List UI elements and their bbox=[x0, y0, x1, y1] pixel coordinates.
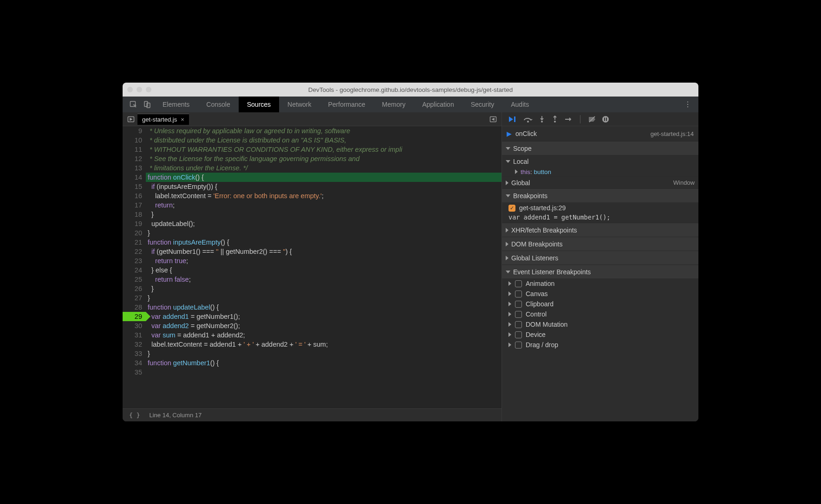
step-into-icon[interactable] bbox=[538, 116, 546, 123]
window-title: DevTools - googlechrome.github.io/devtoo… bbox=[123, 86, 698, 93]
line-gutter[interactable]: 9 10 11 12 13 14 15 16 17 18 19 20 21 22… bbox=[123, 126, 146, 408]
line-number[interactable]: 28 bbox=[123, 303, 142, 312]
minimize-dot[interactable] bbox=[137, 87, 142, 92]
line-number[interactable]: 16 bbox=[123, 191, 142, 200]
statusbar: { } Line 14, Column 17 bbox=[123, 408, 502, 421]
tab-elements[interactable]: Elements bbox=[154, 97, 198, 112]
step-out-icon[interactable] bbox=[551, 116, 559, 123]
line-number[interactable]: 12 bbox=[123, 154, 142, 163]
line-number[interactable]: 35 bbox=[123, 368, 142, 377]
line-number[interactable]: 32 bbox=[123, 340, 142, 349]
event-category[interactable]: DOM Mutation bbox=[502, 319, 698, 330]
show-navigator-icon[interactable] bbox=[124, 116, 137, 123]
event-checkbox[interactable] bbox=[515, 280, 522, 287]
line-number[interactable]: 22 bbox=[123, 247, 142, 256]
tab-console[interactable]: Console bbox=[198, 97, 238, 112]
close-dot[interactable] bbox=[127, 87, 133, 92]
deactivate-breakpoints-icon[interactable] bbox=[588, 116, 596, 123]
event-checkbox[interactable] bbox=[515, 301, 522, 308]
tab-application[interactable]: Application bbox=[414, 97, 463, 112]
breakpoint-item[interactable]: ✓get-started.js:29 bbox=[502, 202, 698, 213]
global-listeners-section[interactable]: Global Listeners bbox=[502, 251, 698, 265]
show-debugger-icon[interactable] bbox=[487, 116, 500, 123]
tab-security[interactable]: Security bbox=[463, 97, 503, 112]
svg-rect-1 bbox=[144, 102, 148, 107]
line-number[interactable]: 9 bbox=[123, 126, 142, 136]
line-number[interactable]: 18 bbox=[123, 210, 142, 219]
event-checkbox[interactable] bbox=[515, 311, 522, 318]
line-number[interactable]: 13 bbox=[123, 163, 142, 173]
line-number[interactable]: 33 bbox=[123, 349, 142, 358]
breakpoints-section[interactable]: Breakpoints bbox=[502, 188, 698, 202]
breakpoint-checkbox[interactable]: ✓ bbox=[508, 205, 515, 212]
current-frame-icon: ▶ bbox=[507, 130, 512, 137]
line-number[interactable]: 24 bbox=[123, 265, 142, 275]
line-number[interactable]: 30 bbox=[123, 321, 142, 330]
line-number[interactable]: 26 bbox=[123, 284, 142, 293]
code-lines[interactable]: * Unless required by applicable law or a… bbox=[146, 126, 502, 408]
device-icon[interactable] bbox=[140, 101, 154, 108]
svg-rect-10 bbox=[606, 117, 607, 121]
line-number[interactable]: 27 bbox=[123, 293, 142, 303]
paused-location: get-started.js:14 bbox=[651, 130, 694, 137]
cursor-position: Line 14, Column 17 bbox=[149, 412, 202, 419]
close-tab-icon[interactable]: × bbox=[181, 116, 184, 123]
scope-section[interactable]: Scope bbox=[502, 141, 698, 155]
titlebar: DevTools - googlechrome.github.io/devtoo… bbox=[123, 83, 698, 97]
event-checkbox[interactable] bbox=[515, 331, 522, 338]
panel-tabbar: Elements Console Sources Network Perform… bbox=[123, 97, 698, 112]
line-number[interactable]: 10 bbox=[123, 136, 142, 145]
line-number[interactable]: 31 bbox=[123, 330, 142, 340]
resume-icon[interactable] bbox=[508, 116, 518, 123]
format-icon[interactable]: { } bbox=[129, 412, 140, 419]
line-number[interactable]: 14 bbox=[123, 173, 142, 182]
event-category[interactable]: Control bbox=[502, 309, 698, 319]
event-category[interactable]: Animation bbox=[502, 278, 698, 289]
line-number[interactable]: 21 bbox=[123, 238, 142, 247]
event-category[interactable]: Clipboard bbox=[502, 299, 698, 309]
line-number[interactable]: 34 bbox=[123, 358, 142, 368]
inspect-icon[interactable] bbox=[126, 101, 140, 108]
tab-network[interactable]: Network bbox=[279, 97, 319, 112]
line-number[interactable]: 15 bbox=[123, 182, 142, 191]
tab-audits[interactable]: Audits bbox=[502, 97, 537, 112]
step-over-icon[interactable] bbox=[523, 116, 533, 123]
body: get-started.js × 9 10 11 12 13 14 15 16 … bbox=[123, 112, 698, 421]
kebab-icon[interactable] bbox=[681, 101, 695, 108]
step-icon[interactable] bbox=[564, 116, 573, 123]
zoom-dot[interactable] bbox=[146, 87, 151, 92]
event-checkbox[interactable] bbox=[515, 321, 522, 328]
tab-sources[interactable]: Sources bbox=[239, 97, 279, 112]
source-panel: get-started.js × 9 10 11 12 13 14 15 16 … bbox=[123, 112, 502, 421]
dom-breakpoints-section[interactable]: DOM Breakpoints bbox=[502, 237, 698, 251]
event-listener-breakpoints-section[interactable]: Event Listener Breakpoints bbox=[502, 265, 698, 278]
tab-memory[interactable]: Memory bbox=[374, 97, 414, 112]
breakpoint-marker[interactable]: 29 bbox=[123, 312, 146, 321]
file-tab[interactable]: get-started.js × bbox=[137, 114, 189, 125]
event-category[interactable]: Drag / drop bbox=[502, 340, 698, 350]
line-number[interactable]: 20 bbox=[123, 228, 142, 238]
paused-function: onClick bbox=[515, 130, 537, 137]
tab-performance[interactable]: Performance bbox=[319, 97, 373, 112]
line-number[interactable]: 19 bbox=[123, 219, 142, 228]
event-category[interactable]: Device bbox=[502, 330, 698, 340]
event-category[interactable]: Canvas bbox=[502, 289, 698, 299]
scope-global[interactable]: GlobalWindow bbox=[502, 176, 698, 188]
event-checkbox[interactable] bbox=[515, 291, 522, 297]
event-checkbox[interactable] bbox=[515, 342, 522, 349]
pause-on-exceptions-icon[interactable] bbox=[602, 116, 609, 123]
traffic-lights bbox=[127, 87, 151, 92]
scope-variable[interactable]: this: button bbox=[502, 167, 698, 176]
line-number[interactable]: 17 bbox=[123, 200, 142, 210]
line-number[interactable]: 25 bbox=[123, 275, 142, 284]
svg-point-8 bbox=[602, 116, 609, 123]
file-tabs: get-started.js × bbox=[123, 112, 502, 126]
line-number[interactable]: 23 bbox=[123, 256, 142, 265]
scope-local[interactable]: Local bbox=[502, 155, 698, 167]
code-editor[interactable]: 9 10 11 12 13 14 15 16 17 18 19 20 21 22… bbox=[123, 126, 502, 408]
svg-rect-9 bbox=[604, 117, 605, 121]
call-frame[interactable]: ▶ onClick get-started.js:14 bbox=[502, 126, 698, 141]
xhr-breakpoints-section[interactable]: XHR/fetch Breakpoints bbox=[502, 223, 698, 237]
debugger-toolbar bbox=[502, 112, 698, 126]
line-number[interactable]: 11 bbox=[123, 145, 142, 154]
